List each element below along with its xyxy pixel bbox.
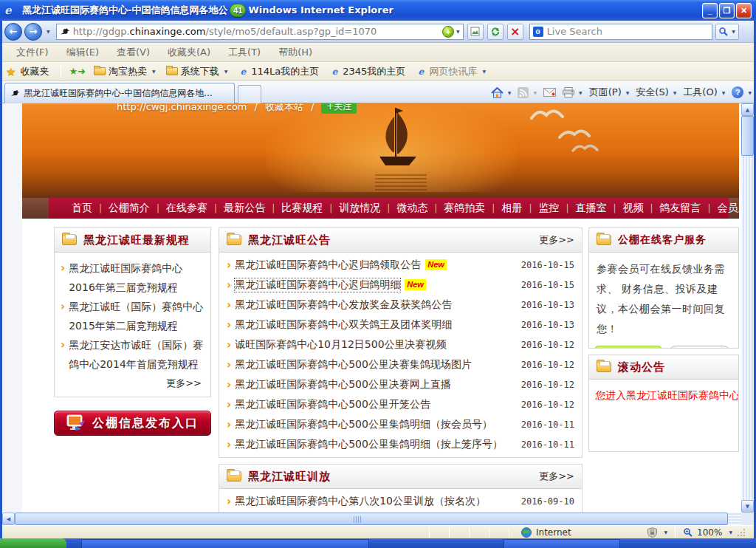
nav-item[interactable]: 视频 — [616, 202, 650, 215]
address-input[interactable]: http://gdgp.chinaxinge.com/style/mo5/def… — [56, 24, 464, 40]
scroll-left-button[interactable]: ◀ — [2, 513, 15, 525]
help-menu-button[interactable]: ?▼ — [732, 86, 752, 98]
nav-item[interactable]: 最新公告 — [217, 202, 272, 215]
nav-item[interactable]: 会员反馈 — [711, 202, 741, 215]
address-dropdown-icon[interactable]: ▼ — [456, 29, 460, 34]
taskbar-button[interactable] — [81, 539, 369, 548]
news-link[interactable]: 黑龙江诚旺国际赛鸽中心第八次10公里训放（按名次） — [235, 495, 486, 508]
history-dropdown-icon[interactable]: ▼ — [47, 29, 50, 34]
news-link[interactable]: 黑龙江诚旺国际赛鸽中心500公里集鸽明细（按会员号） — [235, 418, 492, 431]
banner-url[interactable]: http://cwgj.chinaxinge.com — [117, 103, 247, 112]
feeds-button[interactable]: ▼ — [518, 87, 537, 98]
follow-button[interactable]: +关注 — [321, 103, 357, 114]
forward-button[interactable]: → — [24, 23, 42, 41]
news-date: 2016-10-12 — [515, 380, 574, 390]
news-link[interactable]: 诚旺国际赛鸽中心10月12日500公里决赛视频 — [235, 338, 446, 352]
shield-dropdown-icon[interactable]: ▼ — [664, 530, 667, 535]
favorites-link[interactable]: 淘宝热卖▼ — [89, 65, 161, 78]
home-button[interactable]: ▼ — [491, 87, 512, 98]
close-button[interactable]: ✕ — [736, 3, 752, 18]
rules-list-item[interactable]: ›黑龙江安达市诚旺（国际）赛鸽中心2014年首届竞翔规程 — [61, 335, 205, 374]
window-title-right: Windows Internet Explorer — [248, 4, 394, 16]
restore-button[interactable]: ❐ — [719, 3, 735, 18]
back-button[interactable]: ← — [4, 23, 22, 41]
resize-grip[interactable] — [737, 528, 746, 537]
news-row: ›黑龙江诚旺国际赛鸽中心双关鸽王及团体奖明细2016-10-13 — [219, 315, 582, 335]
marquee-box-header: 滚动公告 — [589, 355, 738, 380]
vertical-scrollbar[interactable]: ▲ ▼ — [741, 103, 754, 513]
stop-button[interactable]: × — [507, 24, 523, 40]
nav-item[interactable]: 赛鸽拍卖 — [437, 202, 492, 215]
search-input[interactable]: o Live Search — [529, 24, 712, 40]
nav-item[interactable]: 在线参赛 — [159, 202, 214, 215]
search-dropdown-icon[interactable]: ▼ — [732, 29, 735, 34]
news-link[interactable]: 黑龙江诚旺国际赛鸽中心500公里决赛集鸽现场图片 — [235, 358, 472, 371]
training-more-link[interactable]: 更多>> — [539, 470, 574, 483]
zoom-dropdown-icon[interactable]: ▼ — [729, 530, 732, 535]
arrow-bullet-icon: › — [227, 438, 231, 451]
taskbar-button[interactable] — [504, 539, 620, 548]
add-favorite-icon[interactable]: ★➜ — [69, 66, 86, 77]
news-link[interactable]: 黑龙江诚旺国际赛鸽中心500公里决赛网上直播 — [235, 378, 451, 391]
favorites-star-icon[interactable]: ★ — [6, 65, 16, 78]
go-button[interactable]: + — [442, 26, 454, 38]
news-link[interactable]: 黑龙江诚旺国际赛鸽中心500公里集鸽明细（按上笼序号） — [235, 438, 503, 451]
scroll-down-button[interactable]: ▼ — [741, 500, 754, 513]
horizontal-scroll-thumb[interactable] — [15, 513, 728, 525]
nav-item[interactable]: 比赛规程 — [275, 202, 329, 215]
notice-more-link[interactable]: 更多>> — [539, 233, 574, 247]
news-link[interactable]: 黑龙江诚旺国际赛鸽中心500公里开笼公告 — [235, 398, 430, 411]
print-dropdown-icon[interactable]: ▼ — [579, 90, 583, 95]
menu-item[interactable]: 帮助(H) — [269, 46, 321, 59]
nav-item[interactable]: 训放情况 — [332, 202, 387, 215]
menu-item[interactable]: 编辑(E) — [58, 46, 108, 59]
online-status-button[interactable]: 未在线 — [667, 346, 733, 349]
nav-item[interactable]: 直播室 — [568, 202, 613, 215]
publish-entry-button[interactable]: 公棚信息发布入口 — [54, 411, 211, 436]
favorites-link[interactable]: e2345我的主页 — [324, 65, 410, 78]
nav-item[interactable]: 相册 — [495, 202, 529, 215]
marquee-text-link[interactable]: 您进入黑龙江诚旺国际赛鸽中心 — [589, 380, 738, 412]
nav-item[interactable]: 微动态 — [390, 202, 434, 215]
favorites-link[interactable]: e114La我的主页 — [233, 65, 324, 78]
bookmark-site-link[interactable]: 收藏本站 — [265, 103, 303, 114]
tools-menu-button[interactable]: 工具(O)▼ — [683, 86, 725, 99]
home-dropdown-icon[interactable]: ▼ — [508, 90, 512, 95]
refresh-button[interactable] — [487, 24, 504, 40]
compatibility-view-button[interactable] — [467, 24, 484, 40]
start-button[interactable] — [0, 538, 66, 548]
rules-more-link[interactable]: 更多>> — [55, 374, 210, 390]
nav-item[interactable]: 监控 — [532, 202, 566, 215]
nav-item[interactable]: 首页 — [65, 202, 99, 215]
news-link[interactable]: 黑龙江诚旺国际赛鸽中心双关鸽王及团体奖明细 — [235, 318, 452, 332]
read-mail-button[interactable] — [543, 88, 556, 97]
zoom-level[interactable]: 100% — [697, 527, 722, 538]
menu-item[interactable]: 文件(F) — [7, 46, 58, 59]
folder-icon — [227, 235, 241, 245]
nav-item[interactable]: 公棚简介 — [102, 202, 157, 215]
menu-item[interactable]: 工具(T) — [219, 46, 269, 59]
favorites-link[interactable]: e网页快讯库▼ — [410, 65, 491, 78]
menu-item[interactable]: 收藏夹(A) — [159, 46, 219, 59]
news-link[interactable]: 黑龙江诚旺国际赛鸽中心迟归鸽领取公告 — [235, 258, 421, 272]
news-link[interactable]: 黑龙江诚旺国际赛鸽中心迟归鸽明细 — [235, 278, 400, 292]
vertical-scroll-thumb[interactable] — [741, 116, 754, 156]
search-button[interactable]: ▼ — [715, 24, 739, 40]
safety-menu-button[interactable]: 安全(S)▼ — [636, 86, 676, 99]
member-feedback-button[interactable]: 会员反馈 — [595, 346, 662, 349]
print-button[interactable]: ▼ — [563, 87, 583, 97]
minimize-button[interactable]: _ — [702, 3, 718, 18]
new-tab-button[interactable] — [238, 85, 261, 103]
rules-list-item[interactable]: ›黑龙江诚旺国际赛鸽中心2016年第三届竞翔规程 — [61, 258, 205, 297]
rules-list-item[interactable]: ›黑龙江诚旺（国际）赛鸽中心2015年第二届竞翔规程 — [61, 297, 205, 335]
nav-item[interactable]: 鸽友留言 — [653, 202, 708, 215]
scroll-up-button[interactable]: ▲ — [741, 103, 754, 116]
banner-topline: http://cwgj.chinaxinge.com / 收藏本站 / +关注 — [117, 103, 357, 114]
horizontal-scrollbar[interactable]: ◀ — [2, 513, 741, 525]
favorites-link[interactable]: 系统下载▼ — [161, 65, 233, 78]
tab-active[interactable]: 黑龙江诚旺国际赛鸽中心-中国信鸽信息网各地... — [4, 83, 235, 103]
menu-item[interactable]: 查看(V) — [108, 46, 159, 59]
favorites-label[interactable]: 收藏夹 — [20, 65, 49, 78]
news-link[interactable]: 黑龙江诚旺国际赛鸽中心发放奖金及获奖鸽公告 — [235, 298, 452, 312]
page-menu-button[interactable]: 页面(P)▼ — [589, 86, 630, 99]
